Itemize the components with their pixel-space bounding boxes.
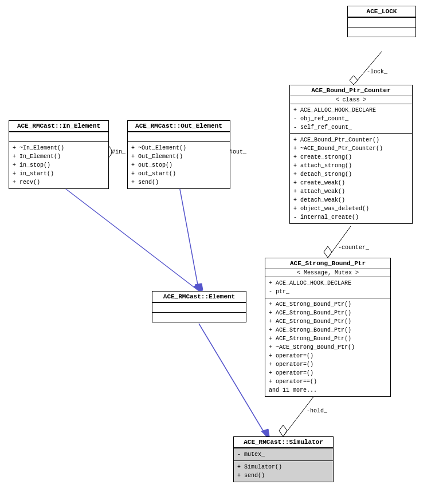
ace-bound-ptr-counter-section1: + ACE_ALLOC_HOOK_DECLARE - obj_ref_count…: [290, 104, 412, 133]
ace-strong-bound-ptr-title: ACE_Strong_Bound_Ptr: [265, 258, 390, 269]
svg-line-13: [199, 324, 266, 436]
ace-rmcast-in-element-box: ACE_RMCast::In_Element + ~In_Element() +…: [9, 120, 109, 189]
ace-rmcast-simulator-section1: - mutex_: [234, 448, 333, 460]
connections-svg: -lock_ -counter_ -hold_ #in_ #out_: [0, 0, 443, 504]
ace-rmcast-simulator-box: ACE_RMCast::Simulator - mutex_ + Simulat…: [233, 436, 334, 482]
svg-text:#in_: #in_: [112, 149, 126, 155]
ace-rmcast-in-element-section2: + ~In_Element() + In_Element() + in_stop…: [9, 141, 108, 188]
ace-bound-ptr-counter-section2: + ACE_Bound_Ptr_Counter() + ~ACE_Bound_P…: [290, 133, 412, 223]
ace-rmcast-in-element-title: ACE_RMCast::In_Element: [9, 121, 108, 132]
svg-marker-4: [324, 246, 332, 258]
ace-strong-bound-ptr-subtitle: < Message, Mutex >: [265, 269, 390, 277]
svg-text:#out_: #out_: [229, 149, 247, 155]
svg-text:-lock_: -lock_: [367, 69, 388, 75]
svg-line-0: [354, 52, 382, 85]
ace-bound-ptr-counter-subtitle: < class >: [290, 96, 412, 104]
ace-lock-title: ACE_LOCK: [348, 6, 415, 17]
ace-lock-box: ACE_LOCK: [347, 6, 416, 37]
ace-rmcast-simulator-title: ACE_RMCast::Simulator: [234, 437, 333, 448]
ace-lock-section1: [348, 17, 415, 27]
svg-marker-12: [195, 284, 203, 291]
svg-marker-1: [350, 76, 358, 85]
ace-rmcast-element-box: ACE_RMCast::Element: [152, 291, 246, 322]
svg-line-3: [328, 226, 351, 258]
ace-rmcast-out-element-section2: + ~Out_Element() + Out_Element() + out_s…: [128, 141, 230, 188]
svg-marker-7: [279, 425, 287, 436]
svg-line-9: [58, 183, 199, 291]
ace-rmcast-in-element-section1: [9, 132, 108, 141]
ace-bound-ptr-counter-title: ACE_Bound_Ptr_Counter: [290, 85, 412, 96]
ace-rmcast-element-section1: [152, 302, 246, 312]
ace-strong-bound-ptr-section1: + ACE_ALLOC_HOOK_DECLARE - ptr_: [265, 277, 390, 298]
ace-rmcast-element-section2: [152, 312, 246, 322]
svg-line-11: [179, 183, 199, 291]
ace-rmcast-out-element-title: ACE_RMCast::Out_Element: [128, 121, 230, 132]
svg-text:-counter_: -counter_: [338, 245, 370, 251]
svg-text:-hold_: -hold_: [307, 408, 328, 414]
svg-marker-10: [194, 284, 202, 291]
ace-strong-bound-ptr-box: ACE_Strong_Bound_Ptr < Message, Mutex > …: [265, 258, 391, 397]
ace-rmcast-simulator-section2: + Simulator() + send(): [234, 460, 333, 482]
diagram-container: -lock_ -counter_ -hold_ #in_ #out_: [0, 0, 443, 504]
ace-bound-ptr-counter-box: ACE_Bound_Ptr_Counter < class > + ACE_AL…: [289, 85, 413, 224]
ace-lock-section2: [348, 27, 415, 37]
ace-rmcast-element-title: ACE_RMCast::Element: [152, 292, 246, 302]
ace-strong-bound-ptr-section2: + ACE_Strong_Bound_Ptr() + ACE_Strong_Bo…: [265, 298, 390, 396]
ace-rmcast-out-element-section1: [128, 132, 230, 141]
svg-marker-14: [261, 429, 269, 436]
ace-rmcast-out-element-box: ACE_RMCast::Out_Element + ~Out_Element()…: [127, 120, 230, 189]
